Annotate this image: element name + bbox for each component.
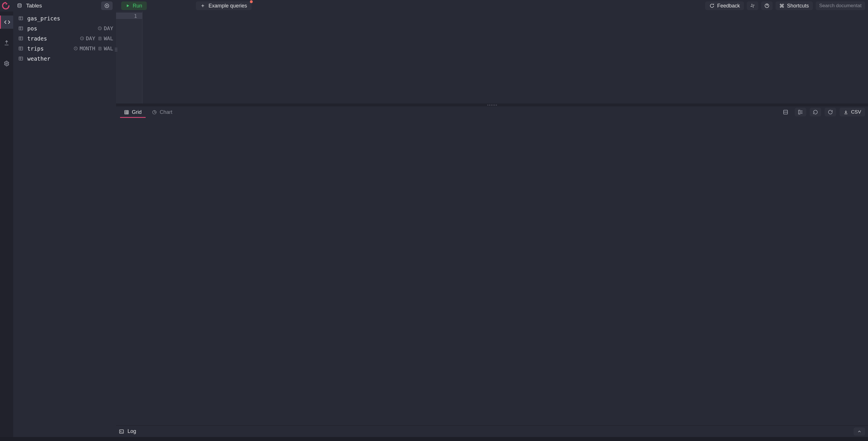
slack-icon	[750, 3, 755, 8]
play-icon	[126, 4, 130, 8]
export-csv-label: CSV	[851, 109, 861, 115]
refresh-button[interactable]	[825, 108, 836, 116]
column-freeze-icon	[798, 110, 803, 115]
table-name: gas_prices	[27, 15, 60, 22]
undo-icon	[813, 110, 818, 115]
chat-icon	[709, 3, 714, 8]
download-icon	[844, 110, 848, 114]
log-toggle[interactable]: Log	[119, 428, 136, 434]
results-grid[interactable]	[116, 118, 868, 425]
export-csv-button[interactable]: CSV	[840, 108, 865, 116]
refresh-icon	[828, 110, 833, 115]
example-queries-label: Example queries	[209, 3, 247, 9]
shortcuts-label: Shortcuts	[787, 3, 809, 9]
clock-icon	[98, 26, 102, 30]
sidebar-resize-handle[interactable]	[114, 46, 118, 53]
plus-icon	[200, 3, 205, 8]
table-row[interactable]: trades DAYWAL	[13, 33, 116, 43]
status-bar	[0, 437, 868, 441]
table-icon	[19, 56, 23, 61]
notification-dot-icon	[250, 0, 253, 3]
run-button-label: Run	[133, 3, 142, 9]
log-label: Log	[127, 428, 136, 434]
tab-chart-label: Chart	[160, 109, 172, 115]
tab-grid-label: Grid	[132, 109, 142, 115]
search-documentation-input[interactable]	[816, 1, 865, 10]
wal-badge: WAL	[98, 46, 113, 52]
svg-rect-10	[19, 47, 23, 50]
sql-editor[interactable]	[143, 11, 868, 104]
tables-title: Tables	[26, 3, 42, 9]
file-icon	[98, 47, 102, 51]
tab-grid[interactable]: Grid	[119, 106, 147, 118]
svg-rect-7	[19, 37, 23, 40]
reset-zoom-button[interactable]	[810, 108, 821, 116]
database-icon	[17, 3, 22, 8]
svg-rect-18	[120, 430, 124, 433]
table-row[interactable]: weather	[13, 54, 116, 63]
table-name: weather	[27, 56, 50, 62]
example-queries-button[interactable]: Example queries	[196, 1, 252, 10]
freeze-columns-button[interactable]	[795, 108, 806, 116]
gear-icon	[4, 61, 9, 66]
table-row[interactable]: trips MONTHWAL	[13, 43, 116, 54]
file-icon	[98, 36, 102, 40]
run-button[interactable]: Run	[121, 1, 147, 10]
partition-badge: DAY	[98, 25, 113, 31]
brand-logo	[1, 1, 11, 11]
table-icon	[19, 46, 23, 51]
grid-icon	[124, 110, 129, 115]
table-row[interactable]: pos DAY	[13, 23, 116, 33]
svg-rect-4	[19, 17, 23, 20]
help-button[interactable]	[761, 1, 773, 10]
chevron-up-icon	[857, 429, 862, 434]
add-tab-button[interactable]	[101, 1, 113, 10]
clock-icon	[73, 46, 78, 51]
partition-badge: DAY	[80, 35, 95, 41]
feedback-button[interactable]: Feedback	[705, 1, 744, 10]
table-row[interactable]: gas_prices	[13, 13, 116, 23]
table-name: trips	[27, 46, 44, 52]
help-icon	[764, 3, 770, 8]
line-number: 1	[116, 13, 142, 19]
table-icon	[19, 36, 23, 41]
pie-chart-icon	[152, 110, 157, 115]
upload-icon	[4, 40, 9, 46]
slack-button[interactable]	[747, 1, 758, 10]
svg-point-0	[18, 4, 21, 5]
nav-console[interactable]	[0, 16, 13, 29]
svg-rect-5	[19, 27, 23, 30]
editor-results-resize-handle[interactable]	[116, 104, 868, 106]
svg-rect-13	[19, 57, 23, 60]
feedback-label: Feedback	[717, 3, 740, 9]
clock-icon	[80, 36, 84, 40]
table-name: trades	[27, 35, 47, 42]
table-icon	[19, 26, 23, 31]
code-icon	[4, 19, 10, 25]
table-name: pos	[27, 25, 37, 32]
nav-settings[interactable]	[0, 57, 13, 70]
plus-circle-icon	[104, 3, 110, 8]
tab-chart[interactable]: Chart	[147, 106, 178, 118]
layout-icon	[783, 110, 788, 115]
shortcuts-button[interactable]: Shortcuts	[776, 1, 813, 10]
nav-import[interactable]	[0, 36, 13, 50]
wal-badge: WAL	[98, 35, 113, 41]
svg-point-3	[6, 63, 7, 64]
terminal-icon	[119, 429, 124, 434]
command-icon	[779, 3, 784, 8]
table-icon	[19, 16, 23, 21]
svg-rect-14	[125, 110, 128, 114]
editor-gutter: 1	[116, 11, 143, 104]
svg-rect-17	[799, 110, 800, 114]
toggle-layout-button[interactable]	[780, 108, 791, 116]
log-expand-button[interactable]	[854, 428, 865, 436]
partition-badge: MONTH	[73, 46, 95, 52]
